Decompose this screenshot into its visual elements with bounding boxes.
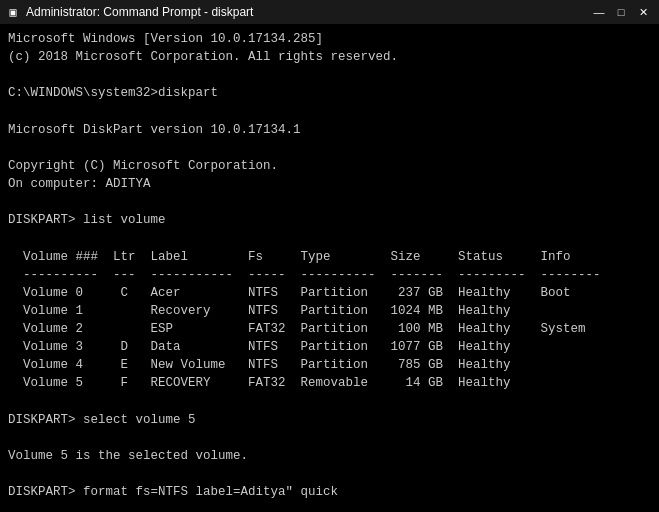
title-bar: ▣ Administrator: Command Prompt - diskpa…: [0, 0, 659, 24]
console-output: Microsoft Windows [Version 10.0.17134.28…: [8, 30, 651, 512]
console-area: Microsoft Windows [Version 10.0.17134.28…: [0, 24, 659, 512]
close-button[interactable]: ✕: [633, 4, 653, 20]
maximize-button[interactable]: □: [611, 4, 631, 20]
window-title: Administrator: Command Prompt - diskpart: [26, 5, 253, 19]
console-icon: ▣: [6, 5, 20, 19]
minimize-button[interactable]: —: [589, 4, 609, 20]
